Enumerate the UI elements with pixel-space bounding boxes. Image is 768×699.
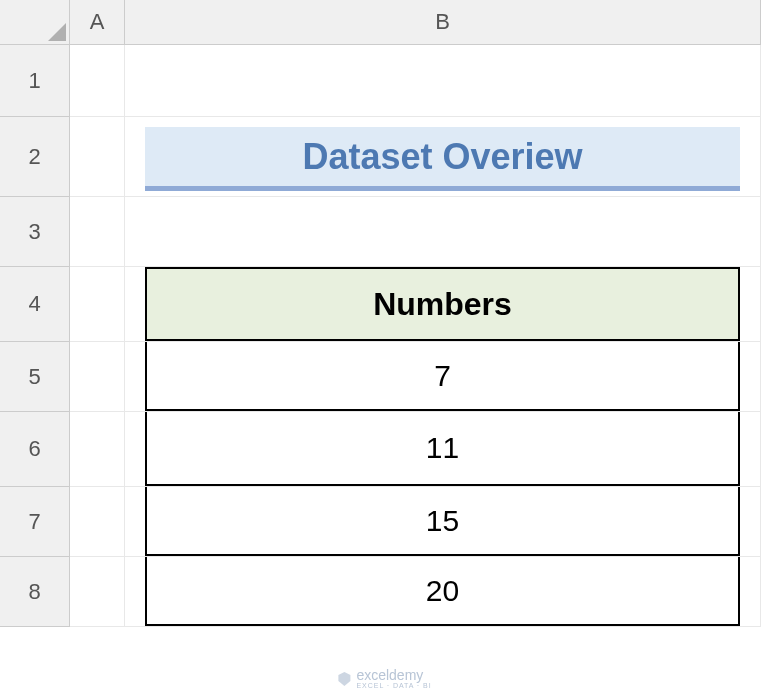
table-row: 15 xyxy=(145,487,740,556)
row-header-2[interactable]: 2 xyxy=(0,117,70,197)
table-row: 11 xyxy=(145,412,740,486)
watermark-tagline: EXCEL · DATA · BI xyxy=(356,682,431,689)
cell-a8[interactable] xyxy=(70,557,125,627)
select-all-corner[interactable] xyxy=(0,0,70,45)
row-header-7[interactable]: 7 xyxy=(0,487,70,557)
row-header-8[interactable]: 8 xyxy=(0,557,70,627)
column-header-a[interactable]: A xyxy=(70,0,125,45)
row-header-4[interactable]: 4 xyxy=(0,267,70,342)
cell-a1[interactable] xyxy=(70,45,125,117)
cell-a6[interactable] xyxy=(70,412,125,487)
watermark-name: exceldemy xyxy=(356,668,431,682)
watermark-logo-icon xyxy=(336,671,352,687)
column-header-b[interactable]: B xyxy=(125,0,761,45)
cell-a3[interactable] xyxy=(70,197,125,267)
cell-a4[interactable] xyxy=(70,267,125,342)
cell-b2[interactable]: Dataset Overiew xyxy=(125,117,761,197)
cell-b3[interactable] xyxy=(125,197,761,267)
table-row: 7 xyxy=(145,342,740,411)
cell-a7[interactable] xyxy=(70,487,125,557)
row-header-3[interactable]: 3 xyxy=(0,197,70,267)
dataset-title: Dataset Overiew xyxy=(145,127,740,191)
cell-b4[interactable]: Numbers xyxy=(125,267,761,342)
cell-b1[interactable] xyxy=(125,45,761,117)
cell-b8[interactable]: 20 xyxy=(125,557,761,627)
row-header-5[interactable]: 5 xyxy=(0,342,70,412)
cell-b7[interactable]: 15 xyxy=(125,487,761,557)
cell-a2[interactable] xyxy=(70,117,125,197)
cell-b5[interactable]: 7 xyxy=(125,342,761,412)
watermark: exceldemy EXCEL · DATA · BI xyxy=(336,668,431,689)
spreadsheet-grid: A B 1 2 Dataset Overiew 3 4 Numbers 5 7 … xyxy=(0,0,768,699)
cell-a5[interactable] xyxy=(70,342,125,412)
cell-b6[interactable]: 11 xyxy=(125,412,761,487)
row-header-6[interactable]: 6 xyxy=(0,412,70,487)
table-row: 20 xyxy=(145,557,740,626)
row-header-1[interactable]: 1 xyxy=(0,45,70,117)
table-header-numbers: Numbers xyxy=(145,267,740,341)
